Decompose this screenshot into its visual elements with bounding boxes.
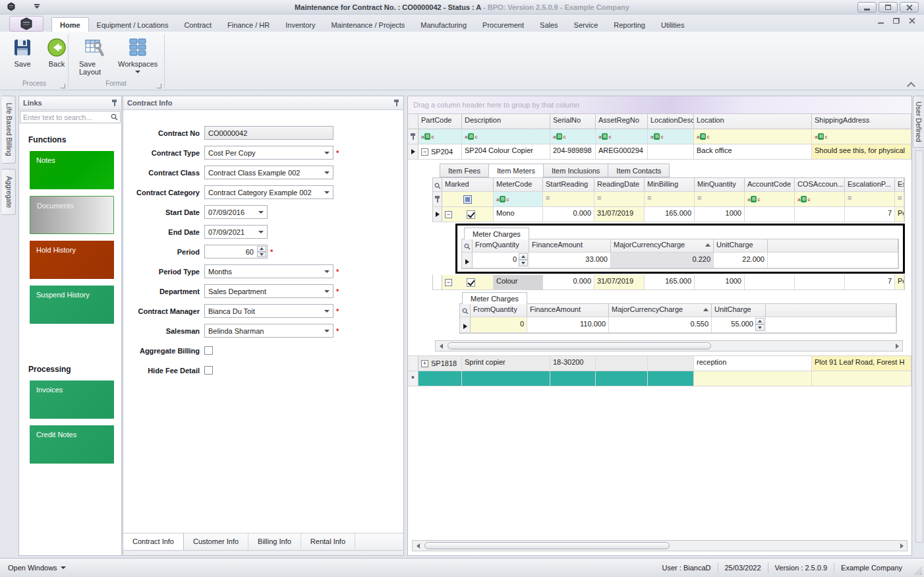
new-cell-partcode[interactable] bbox=[419, 371, 462, 386]
column-header-unitcharge[interactable]: UnitCharge bbox=[714, 239, 768, 252]
filter-marked[interactable] bbox=[442, 192, 494, 206]
cell-location[interactable]: Back office bbox=[694, 144, 812, 159]
column-header-serialno[interactable]: SerialNo bbox=[550, 114, 596, 129]
cell-esca[interactable]: Perc bbox=[895, 207, 904, 222]
application-menu-button[interactable] bbox=[9, 16, 43, 32]
cell-financeamount[interactable]: 110.000 bbox=[527, 317, 609, 332]
column-header-locationdesc[interactable]: LocationDesc bbox=[648, 114, 694, 129]
resize-grip[interactable] bbox=[913, 566, 922, 575]
filter-metercode[interactable]: aBc bbox=[494, 192, 543, 206]
ribbon-tab-finance-hr[interactable]: Finance / HR bbox=[219, 18, 277, 32]
collapse-icon[interactable]: − bbox=[421, 148, 428, 156]
scroll-right-icon[interactable] bbox=[896, 543, 907, 549]
cell-minquantity[interactable]: 1000 bbox=[695, 207, 745, 222]
documents-button[interactable]: Documents bbox=[30, 196, 114, 234]
ribbon-tab-sales[interactable]: Sales bbox=[532, 18, 566, 32]
ribbon-tab-procurement[interactable]: Procurement bbox=[475, 18, 532, 32]
filter-escalationp[interactable]: = bbox=[845, 192, 895, 206]
column-header-esca[interactable]: Esca bbox=[895, 178, 904, 191]
cell-metercode[interactable]: Colour bbox=[494, 275, 543, 289]
tab-life-based-billing[interactable]: Life Based Billing bbox=[2, 96, 16, 164]
spinner-icon[interactable] bbox=[519, 253, 528, 266]
cell-financeamount[interactable]: 33.000 bbox=[529, 253, 611, 268]
filter-shippingaddress[interactable]: aBc bbox=[812, 129, 911, 144]
mdi-close-icon[interactable] bbox=[909, 18, 915, 24]
column-header-metercode[interactable]: MeterCode bbox=[494, 178, 543, 191]
cell-shippingaddress[interactable]: Should see this, for physical bbox=[812, 144, 911, 159]
column-header-readingdate[interactable]: ReadingDate bbox=[594, 178, 645, 191]
save-button[interactable]: Save bbox=[8, 36, 37, 69]
filter-pin-icon[interactable] bbox=[434, 195, 440, 203]
new-cell-location[interactable] bbox=[694, 371, 812, 386]
search-input[interactable] bbox=[20, 111, 121, 123]
filter-assetregno[interactable]: aBc bbox=[596, 129, 648, 144]
column-header-startreading[interactable]: StartReading bbox=[543, 178, 594, 191]
tab-contract-info[interactable]: Contract Info bbox=[123, 533, 184, 550]
mdi-restore-icon[interactable] bbox=[893, 18, 900, 24]
cell-accountcode[interactable] bbox=[745, 207, 795, 222]
invoices-button[interactable]: Invoices bbox=[30, 380, 114, 419]
cell-marked[interactable]: − bbox=[442, 207, 494, 222]
detail-horizontal-scrollbar[interactable] bbox=[435, 340, 903, 351]
column-header-partcode[interactable]: PartCode bbox=[419, 114, 462, 129]
cell-partcode[interactable]: +SP1818 bbox=[419, 356, 462, 371]
ribbon-tab-inventory[interactable]: Inventory bbox=[277, 18, 323, 32]
expand-icon[interactable]: + bbox=[421, 360, 428, 367]
scrollbar-thumb[interactable] bbox=[424, 542, 670, 549]
tab-item-fees[interactable]: Item Fees bbox=[440, 164, 488, 177]
save-layout-button[interactable]: Save Layout bbox=[75, 36, 113, 77]
cell-assetregno[interactable]: AREG000294 bbox=[596, 144, 648, 159]
end-date-picker[interactable]: 07/09/2021 bbox=[204, 225, 268, 239]
contract-category-dropdown[interactable]: Contract Category Example 002 bbox=[204, 185, 333, 199]
new-cell-description[interactable] bbox=[462, 371, 550, 386]
filter-minquantity[interactable]: = bbox=[695, 192, 745, 206]
hide-fee-detail-checkbox[interactable] bbox=[204, 366, 213, 375]
cell-majorcurrencycharge[interactable]: 0.220 bbox=[611, 253, 714, 268]
cell-fromquantity[interactable]: 0 bbox=[473, 253, 529, 268]
tab-item-contacts[interactable]: Item Contacts bbox=[608, 164, 670, 177]
filter-serialno[interactable]: aBc bbox=[550, 129, 596, 144]
process-dialog-launcher-icon[interactable] bbox=[61, 84, 65, 88]
tab-billing-info[interactable]: Billing Info bbox=[248, 533, 301, 550]
filter-accountcode[interactable]: aBc bbox=[745, 192, 795, 206]
format-dialog-launcher-icon[interactable] bbox=[157, 84, 161, 88]
period-type-dropdown[interactable]: Months bbox=[204, 264, 333, 278]
marked-checkbox[interactable] bbox=[467, 278, 475, 287]
column-header-description[interactable]: Description bbox=[462, 114, 550, 129]
ribbon-tab-contract[interactable]: Contract bbox=[176, 18, 219, 32]
filter-esca[interactable]: = bbox=[895, 192, 904, 206]
grid-horizontal-scrollbar[interactable] bbox=[412, 540, 908, 551]
hold-history-button[interactable]: Hold History bbox=[30, 241, 114, 279]
column-header-unitcharge[interactable]: UnitCharge bbox=[712, 304, 766, 317]
cell-minquantity[interactable]: 1000 bbox=[695, 275, 745, 289]
workspaces-button[interactable]: Workspaces bbox=[119, 36, 157, 77]
cell-readingdate[interactable]: 31/07/2019 bbox=[594, 207, 645, 222]
suspend-history-button[interactable]: Suspend History bbox=[30, 286, 114, 324]
cell-startreading[interactable]: 0.000 bbox=[543, 207, 594, 222]
search-icon[interactable] bbox=[462, 308, 469, 315]
collapse-icon[interactable]: − bbox=[445, 279, 452, 286]
cell-escalationp[interactable]: 7 bbox=[845, 275, 895, 289]
cell-metercode[interactable]: Mono bbox=[494, 207, 543, 222]
column-header-minquantity[interactable]: MinQuantity bbox=[695, 178, 745, 191]
collapse-icon[interactable]: − bbox=[445, 211, 452, 218]
credit-notes-button[interactable]: Credit Notes bbox=[30, 425, 114, 464]
cell-assetregno[interactable] bbox=[596, 356, 648, 371]
cell-location[interactable]: reception bbox=[694, 356, 812, 371]
cell-cosaccount[interactable] bbox=[795, 275, 845, 289]
tab-aggregate[interactable]: Aggregate bbox=[2, 169, 16, 215]
cell-accountcode[interactable] bbox=[745, 275, 795, 289]
new-cell-assetregno[interactable] bbox=[596, 371, 648, 386]
column-header-shippingaddress[interactable]: ShippingAddress bbox=[812, 114, 911, 129]
back-button[interactable]: Back bbox=[42, 36, 71, 69]
column-header-financeamount[interactable]: FinanceAmount bbox=[527, 304, 609, 317]
cell-unitcharge[interactable]: 22.000 bbox=[714, 253, 768, 268]
contract-class-dropdown[interactable]: Contract Class Example 002 bbox=[204, 166, 333, 179]
start-date-picker[interactable]: 07/09/2016 bbox=[204, 205, 268, 219]
ribbon-tab-home[interactable]: Home bbox=[51, 17, 89, 32]
aggregate-billing-checkbox[interactable] bbox=[204, 346, 213, 355]
new-cell-serialno[interactable] bbox=[550, 371, 596, 386]
mdi-minimize-icon[interactable] bbox=[878, 22, 884, 24]
column-header-escalationp[interactable]: EscalationP... bbox=[845, 178, 895, 191]
column-header-financeamount[interactable]: FinanceAmount bbox=[529, 239, 611, 252]
